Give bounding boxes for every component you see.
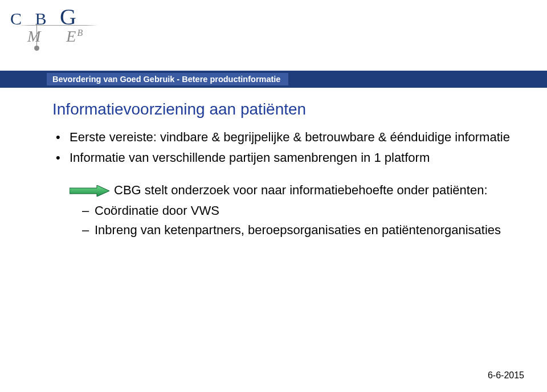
bullet-list: Eerste vereiste: vindbare & begrijpelijk… — [56, 129, 513, 166]
arrow-right-icon — [70, 185, 109, 199]
logo-sub: M EB — [27, 27, 86, 46]
logo-decoration-ball — [34, 46, 39, 51]
bullet-item: Informatie van verschillende partijen sa… — [56, 149, 513, 166]
logo-divider — [18, 25, 98, 26]
arrow-text: CBG stelt onderzoek voor naar informatie… — [114, 182, 488, 199]
slide-title: Informatievoorziening aan patiënten — [52, 100, 513, 119]
dash-list: Coördinatie door VWS Inbreng van ketenpa… — [82, 202, 513, 238]
dash-item: Inbreng van ketenpartners, beroepsorgani… — [82, 222, 513, 239]
arrow-row: CBG stelt onderzoek voor naar informatie… — [70, 182, 513, 199]
header-bar-text: Bevordering van Goed Gebruik - Betere pr… — [52, 75, 280, 84]
header-bar: Bevordering van Goed Gebruik - Betere pr… — [47, 73, 288, 85]
bullet-item: Eerste vereiste: vindbare & begrijpelijk… — [56, 129, 513, 146]
slide-content: Informatievoorziening aan patiënten Eers… — [52, 100, 513, 241]
logo-top: C B G — [10, 3, 81, 30]
footer-date: 6-6-2015 — [488, 370, 524, 381]
svg-marker-0 — [70, 185, 109, 197]
dash-item: Coördinatie door VWS — [82, 202, 513, 219]
